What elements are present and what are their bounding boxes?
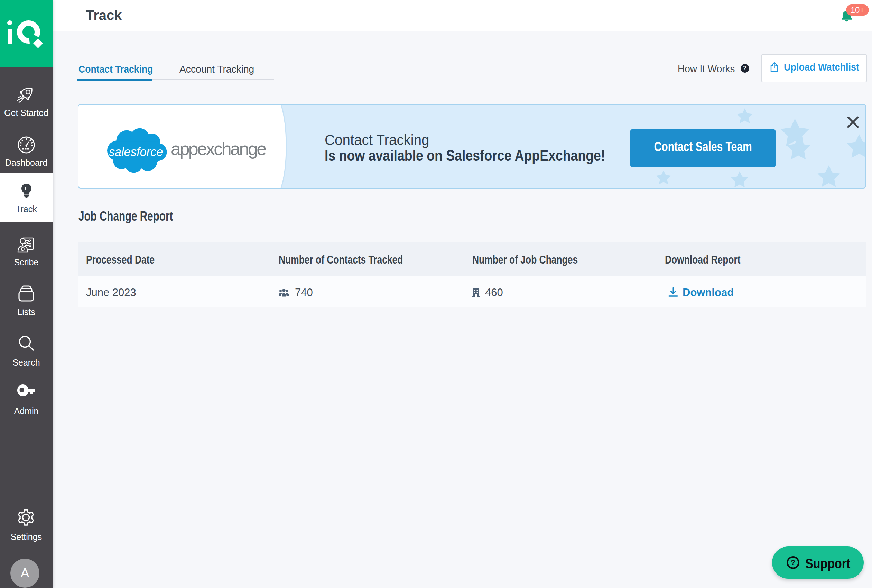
svg-text:?: ? <box>791 559 795 567</box>
svg-text:salesforce: salesforce <box>109 145 163 158</box>
